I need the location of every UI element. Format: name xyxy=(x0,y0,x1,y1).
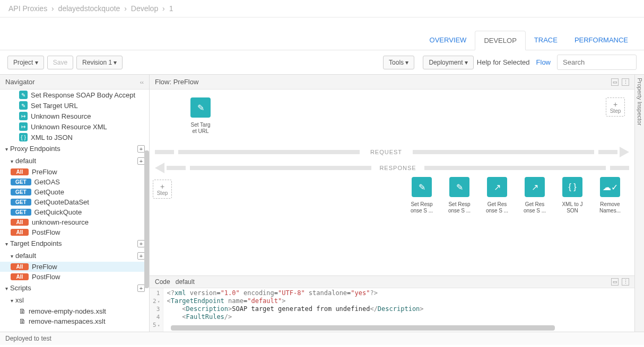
braces-icon: { } xyxy=(562,177,582,197)
code-panel: Code default ▭ ⋮ 12345 <?xml version="1.… xyxy=(150,275,634,332)
request-label: REQUEST xyxy=(360,149,413,155)
flow-view-toggle-icon[interactable]: ▭ xyxy=(611,78,619,86)
proxy-flow-item[interactable]: Allunknown-resource xyxy=(0,217,149,227)
step-label: XML to JSON xyxy=(562,201,582,214)
policy-item[interactable]: ↦Unknown Resource xyxy=(0,111,149,121)
crumb-develop[interactable]: Develop xyxy=(131,4,158,13)
step-label: Get Resonse S ... xyxy=(524,201,546,214)
help-label: Help for Selected xyxy=(477,58,530,66)
script-file-item[interactable]: 🗎remove-namespaces.xslt xyxy=(0,316,149,326)
deployment-dropdown[interactable]: Deployment ▾ xyxy=(423,56,473,69)
save-button[interactable]: Save xyxy=(47,56,73,69)
add-proxy-flow-button[interactable]: + xyxy=(137,157,145,165)
toolbar: Project ▾ Save Revision 1 ▾ Tools ▾ Depl… xyxy=(0,50,644,74)
tab-performance[interactable]: PERFORMANCE xyxy=(566,31,637,50)
step-label: RemoveNames... xyxy=(599,201,621,214)
add-proxy-endpoint-button[interactable]: + xyxy=(137,145,145,153)
pencil-icon: ✎ xyxy=(190,97,211,118)
pencil-icon: ✎ xyxy=(19,101,28,110)
proxy-flow-item[interactable]: GETGetQuote xyxy=(0,187,149,197)
policy-item[interactable]: ✎Set Response SOAP Body Accept xyxy=(0,90,149,100)
target-endpoints-section[interactable]: ▾Target Endpoints + xyxy=(0,237,149,250)
add-request-step-button[interactable]: + Step xyxy=(606,97,625,117)
add-target-flow-button[interactable]: + xyxy=(137,252,145,260)
proxy-flow-item[interactable]: AllPostFlow xyxy=(0,227,149,237)
flow-step[interactable]: ☁✓RemoveNames... xyxy=(595,177,625,214)
tools-dropdown[interactable]: Tools ▾ xyxy=(383,56,414,69)
flow-step[interactable]: ✎Set Target URL xyxy=(186,97,215,135)
code-editor[interactable]: 12345 <?xml version="1.0" encoding="UTF-… xyxy=(150,288,634,332)
method-badge: All xyxy=(11,219,29,226)
proxy-flow-item[interactable]: GETGetQuickQuote xyxy=(0,207,149,217)
collapse-navigator-icon[interactable]: ‹‹ xyxy=(140,79,144,85)
target-flow-item[interactable]: AllPostFlow xyxy=(0,272,149,282)
step-label: Set Response S ... xyxy=(411,201,433,214)
main-tabs: OVERVIEW DEVELOP TRACE PERFORMANCE xyxy=(0,31,644,50)
proxy-endpoints-section[interactable]: ▾Proxy Endpoints + xyxy=(0,143,149,155)
script-file-item[interactable]: 🗎remove-empty-nodes.xslt xyxy=(0,306,149,316)
add-response-step-button[interactable]: + Step xyxy=(153,180,172,199)
code-horizontal-scrollbar[interactable] xyxy=(171,325,555,331)
plus-icon: + xyxy=(160,183,164,190)
tab-trace[interactable]: TRACE xyxy=(526,31,566,50)
flow-label: PreFlow xyxy=(32,168,57,176)
code-menu-icon[interactable]: ⋮ xyxy=(622,278,629,286)
response-flow-bar: RESPONSE xyxy=(155,165,629,171)
help-link-flow[interactable]: Flow xyxy=(536,58,551,66)
policy-item[interactable]: ↦Unknown Resource XML xyxy=(0,121,149,132)
xsl-section[interactable]: ▾xsl xyxy=(0,294,149,306)
flow-menu-icon[interactable]: ⋮ xyxy=(622,78,629,86)
code-view-toggle-icon[interactable]: ▭ xyxy=(611,278,619,286)
proxy-flow-item[interactable]: AllPreFlow xyxy=(0,167,149,177)
flow-label: GetQuote xyxy=(34,188,64,196)
breadcrumb: API Proxies › delayedstockquote › Develo… xyxy=(0,0,644,17)
crumb-proxy[interactable]: delayedstockquote xyxy=(58,4,120,13)
flow-label: unknown-resource xyxy=(32,218,89,226)
property-inspector-panel[interactable]: Property Inspector xyxy=(634,75,644,332)
braces-icon: { } xyxy=(19,133,28,141)
crumb-sep: › xyxy=(124,4,127,13)
search-input[interactable] xyxy=(557,55,637,70)
proxy-flow-item[interactable]: GETGetQuoteDataSet xyxy=(0,197,149,207)
target-flow-item[interactable]: AllPreFlow xyxy=(0,262,149,272)
flow-step[interactable]: ✎Set Response S ... xyxy=(407,177,437,214)
flow-step[interactable]: ↗Get Resonse S ... xyxy=(520,177,550,214)
flow-canvas[interactable]: ✎Set Target URL + Step REQUEST R xyxy=(150,90,634,275)
flow-step[interactable]: ↗Get Resonse S ... xyxy=(482,177,512,214)
flow-step[interactable]: ✎Set Response S ... xyxy=(445,177,474,214)
pencil-icon: ✎ xyxy=(449,177,469,197)
arrow-right-icon xyxy=(620,147,629,157)
flow-label: GetQuickQuote xyxy=(34,208,82,216)
navigator-tree[interactable]: ✎Set Response SOAP Body Accept✎Set Targe… xyxy=(0,90,149,332)
property-inspector-label: Property Inspector xyxy=(637,78,643,126)
add-script-button[interactable]: + xyxy=(137,284,145,292)
revision-dropdown[interactable]: Revision 1 ▾ xyxy=(76,56,123,69)
flow-step[interactable]: { }XML to JSON xyxy=(558,177,587,214)
navigator-scrollbar[interactable] xyxy=(144,150,149,288)
flow-panel: Flow: PreFlow ▭ ⋮ ✎Set Target URL + Step… xyxy=(150,75,634,332)
proxy-default-section[interactable]: ▾default + xyxy=(0,155,149,167)
policy-item[interactable]: { }XML to JSON xyxy=(0,132,149,143)
crumb-sep: › xyxy=(162,4,165,13)
add-target-endpoint-button[interactable]: + xyxy=(137,240,145,247)
navigator-panel: Navigator ‹‹ ✎Set Response SOAP Body Acc… xyxy=(0,75,150,332)
policy-label: XML to JSON xyxy=(31,134,73,141)
policy-item[interactable]: ✎Set Target URL xyxy=(0,100,149,111)
tab-overview[interactable]: OVERVIEW xyxy=(421,31,475,50)
crumb-revision[interactable]: 1 xyxy=(169,4,173,13)
scripts-section[interactable]: ▾Scripts + xyxy=(0,282,149,294)
pencil-icon: ✎ xyxy=(19,91,28,99)
status-bar: Deployed to test xyxy=(0,332,644,345)
step-label: Set Target URL xyxy=(190,122,210,135)
crumb-api-proxies[interactable]: API Proxies xyxy=(8,4,47,13)
response-label: RESPONSE xyxy=(371,165,424,171)
file-label: remove-namespaces.xslt xyxy=(29,317,106,325)
method-badge: All xyxy=(11,168,29,175)
target-default-section[interactable]: ▾default + xyxy=(0,250,149,262)
proxy-flow-item[interactable]: GETGetOAS xyxy=(0,177,149,187)
method-badge: GET xyxy=(11,209,31,216)
code-file: default xyxy=(176,278,195,286)
tab-develop[interactable]: DEVELOP xyxy=(475,31,525,50)
crumb-sep: › xyxy=(51,4,54,13)
project-dropdown[interactable]: Project ▾ xyxy=(7,56,44,69)
